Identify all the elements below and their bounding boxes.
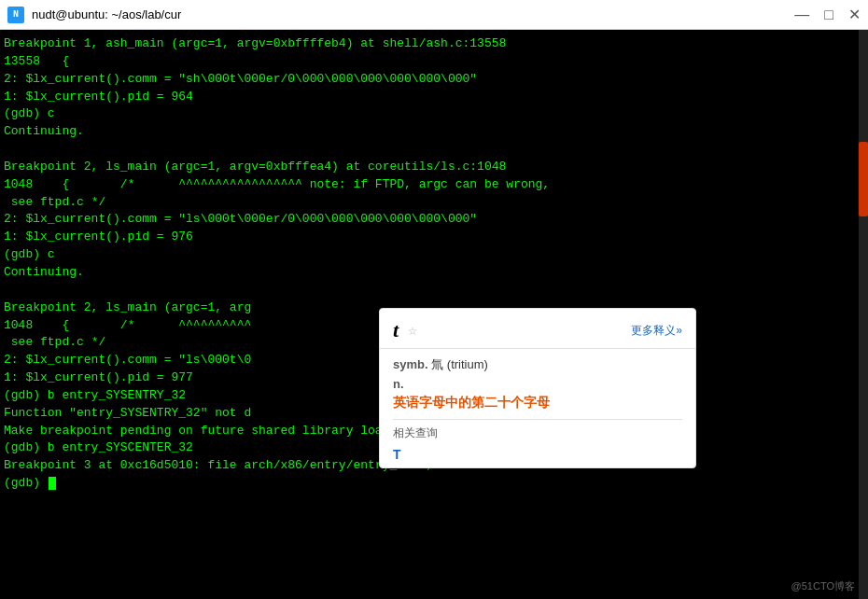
terminal-cursor	[49, 477, 56, 490]
tooltip-symb-value: 氚 (tritium)	[431, 357, 488, 371]
window-title: nudt@ubuntu: ~/aos/lab/cur	[32, 7, 181, 21]
tooltip-body: symb. 氚 (tritium) n. 英语字母中的第二十个字母 相关查询 T	[380, 349, 695, 467]
watermark: @51CTO博客	[791, 579, 855, 593]
tooltip-divider	[393, 419, 682, 420]
tooltip-pos-label: n.	[393, 377, 404, 391]
tooltip-related-title: 相关查询	[393, 425, 682, 441]
tooltip-definition: 英语字母中的第二十个字母	[393, 395, 682, 411]
minimize-button[interactable]: —	[794, 7, 809, 22]
window-controls: — □ ✕	[794, 7, 861, 22]
scrollbar-thumb[interactable]	[859, 142, 868, 216]
tooltip-related-item-T[interactable]: T	[393, 445, 682, 464]
tooltip-pos: n.	[393, 377, 682, 391]
tooltip-letter: t	[393, 318, 399, 342]
title-bar: N nudt@ubuntu: ~/aos/lab/cur — □ ✕	[0, 0, 868, 30]
tooltip-star[interactable]: ☆	[408, 321, 417, 340]
app-icon: N	[7, 7, 24, 23]
tooltip-more-link[interactable]: 更多释义»	[631, 323, 682, 339]
scrollbar[interactable]	[859, 30, 868, 599]
tooltip-popup: t ☆ 更多释义» symb. 氚 (tritium) n. 英语字母中的第二十…	[379, 308, 696, 468]
tooltip-symb-label: symb.	[393, 357, 428, 371]
title-bar-left: N nudt@ubuntu: ~/aos/lab/cur	[7, 7, 181, 23]
maximize-button[interactable]: □	[824, 7, 833, 22]
tooltip-symb: symb. 氚 (tritium)	[393, 356, 682, 373]
tooltip-header: t ☆ 更多释义»	[380, 309, 695, 349]
close-button[interactable]: ✕	[848, 7, 861, 22]
